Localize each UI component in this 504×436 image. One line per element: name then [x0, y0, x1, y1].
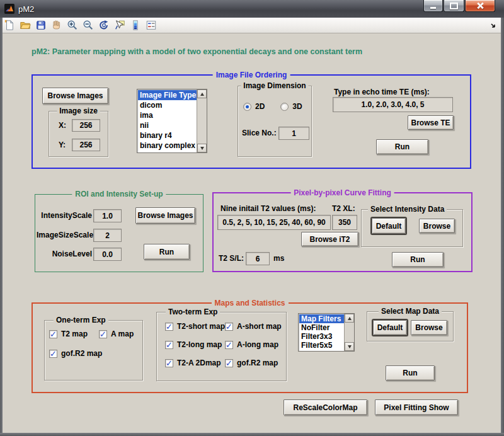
insert-legend-icon[interactable]: [145, 19, 158, 32]
close-button[interactable]: [465, 0, 495, 12]
image-size-y-field[interactable]: 256: [72, 139, 100, 151]
colorbar-icon[interactable]: [129, 19, 142, 32]
checkbox-a-map[interactable]: ✓A map: [99, 330, 134, 338]
checkbox-a-short-map[interactable]: ✓A-short map: [225, 322, 282, 331]
t2-initial-field[interactable]: 0.5, 2, 5, 10, 15, 25, 40, 60, 90: [217, 215, 331, 230]
t2-sl-unit-label: ms: [273, 254, 284, 263]
maximize-icon: [450, 3, 458, 9]
checkbox-icon[interactable]: ✓: [49, 330, 57, 338]
save-icon[interactable]: [35, 19, 47, 32]
radio-2d[interactable]: 2D: [243, 102, 265, 111]
checkbox-t2-short-map[interactable]: ✓T2-short map: [165, 322, 225, 331]
map-filters-listbox[interactable]: Map FiltersNoFilterFilter3x3Filter5x5: [298, 313, 355, 352]
list-item[interactable]: dicom: [138, 100, 197, 110]
browse-te-button[interactable]: Browse TE: [408, 115, 454, 130]
intensity-scale-field[interactable]: 1.0: [93, 209, 122, 222]
image-size-y-label: Y:: [59, 141, 66, 149]
radio-3d[interactable]: 3D: [280, 102, 302, 111]
checkbox-icon[interactable]: ✓: [165, 341, 173, 349]
select-intensity-title: Select Intensity Data: [368, 205, 447, 214]
radio-icon[interactable]: [280, 103, 289, 111]
window-border-right: [501, 18, 504, 436]
checkbox-label: T2-short map: [177, 322, 225, 331]
checkbox-icon[interactable]: ✓: [225, 359, 233, 367]
browse-it2-button[interactable]: Browse iT2: [301, 232, 358, 246]
list-item[interactable]: ima: [138, 110, 197, 120]
intensity-default-button[interactable]: Default: [372, 218, 406, 234]
map-default-button[interactable]: Default: [373, 320, 407, 335]
t2-xl-field[interactable]: 350: [332, 215, 357, 230]
checkbox-a-long-map[interactable]: ✓A-long map: [225, 340, 282, 349]
list-item[interactable]: NoFilter: [299, 323, 344, 332]
minimize-button[interactable]: [423, 0, 443, 12]
zoom-out-icon[interactable]: [82, 19, 94, 32]
image-dimension-radios: 2D3D: [243, 102, 302, 111]
file-types-listbox[interactable]: Image File Typesdicomimaniibinary r4bina…: [137, 89, 207, 153]
t2-initial-label: Nine initail T2 values (ms):: [220, 204, 316, 213]
checkbox-gof-r2-map[interactable]: ✓gof.R2 map: [49, 349, 99, 358]
page-title: pM2: Parameter mapping with a model of t…: [32, 47, 362, 56]
checkbox-icon[interactable]: ✓: [49, 350, 57, 358]
list-item[interactable]: binary r4: [138, 130, 197, 141]
application-window: pM2: [0, 0, 504, 436]
select-map-title: Select Map Data: [379, 307, 442, 316]
file-types-scrollbar[interactable]: [197, 89, 207, 152]
checkbox-t2-map[interactable]: ✓T2 map: [49, 330, 99, 338]
checkbox-icon[interactable]: ✓: [165, 323, 173, 331]
list-item[interactable]: Filter5x5: [299, 341, 344, 350]
open-file-icon[interactable]: [19, 19, 32, 32]
radio-icon[interactable]: [243, 103, 251, 111]
browse-images-button[interactable]: Browse Images: [42, 88, 108, 104]
pan-hand-icon[interactable]: [50, 19, 63, 32]
list-item[interactable]: nii: [138, 120, 197, 130]
image-size-scale-field[interactable]: 2: [93, 229, 122, 242]
image-ordering-run-button[interactable]: Run: [376, 139, 428, 154]
map-filters-scrollbar[interactable]: [344, 314, 354, 351]
toolbar-overflow-icon[interactable]: [491, 22, 497, 31]
curve-fitting-run-button[interactable]: Run: [392, 252, 444, 267]
new-file-icon[interactable]: [3, 19, 16, 32]
list-item[interactable]: Image File Types: [138, 90, 197, 100]
list-item[interactable]: Map Filters: [299, 314, 344, 323]
group-title-image-file-ordering: Image File Ordering: [213, 71, 290, 79]
scroll-up-icon[interactable]: [345, 314, 354, 323]
zoom-in-icon[interactable]: [66, 19, 79, 32]
roi-run-button[interactable]: Run: [144, 244, 190, 260]
data-cursor-icon[interactable]: [113, 19, 126, 32]
intensity-browse-button[interactable]: Browse: [419, 219, 455, 233]
close-icon: [476, 2, 484, 9]
checkbox-icon[interactable]: ✓: [225, 323, 233, 331]
file-types-items: Image File Typesdicomimaniibinary r4bina…: [138, 90, 197, 152]
map-browse-button[interactable]: Browse: [411, 320, 447, 335]
window-border-left: [0, 18, 3, 436]
maximize-button[interactable]: [444, 0, 464, 12]
slice-no-label: Slice No.:: [242, 129, 277, 137]
checkbox-icon[interactable]: ✓: [165, 359, 173, 367]
t2-sl-field[interactable]: 6: [246, 252, 270, 265]
scroll-down-icon[interactable]: [197, 144, 207, 152]
rotate-3d-icon[interactable]: [98, 19, 110, 32]
map-filters-items: Map FiltersNoFilterFilter3x3Filter5x5: [299, 314, 344, 350]
checkbox-t2-a-2dmap[interactable]: ✓T2-A 2Dmap: [165, 359, 225, 367]
checkbox-t2-long-map[interactable]: ✓T2-long map: [165, 340, 225, 349]
list-item[interactable]: binary complex r4: [138, 141, 197, 151]
image-size-x-field[interactable]: 256: [72, 119, 100, 132]
scroll-down-icon[interactable]: [345, 342, 354, 351]
checkbox-icon[interactable]: ✓: [99, 330, 107, 338]
slice-no-field[interactable]: 1: [278, 127, 309, 140]
t2-xl-label: T2 XL:: [332, 204, 355, 213]
roi-browse-images-button[interactable]: Browse Images: [135, 207, 195, 224]
te-field[interactable]: 1.0, 2.0, 3.0, 4.0, 5: [333, 97, 453, 112]
pixel-fitting-show-button[interactable]: Pixel Fitting Show: [375, 399, 458, 415]
noise-level-field[interactable]: 0.0: [93, 248, 122, 261]
group-title-curve-fitting: Pixel-by-pixel Curve Fitting: [290, 188, 394, 197]
image-size-x-label: X:: [59, 121, 66, 130]
list-item[interactable]: Filter3x3: [299, 332, 344, 341]
rescale-colormap-button[interactable]: ReScaleColorMap: [284, 399, 367, 415]
checkbox-icon[interactable]: ✓: [225, 341, 233, 349]
two-term-exp-title: Two-term Exp: [166, 307, 220, 316]
checkbox-label: gof.R2 map: [237, 359, 278, 367]
scroll-up-icon[interactable]: [197, 89, 207, 98]
checkbox-gof-r2-map[interactable]: ✓gof.R2 map: [225, 359, 282, 367]
maps-run-button[interactable]: Run: [386, 365, 435, 381]
